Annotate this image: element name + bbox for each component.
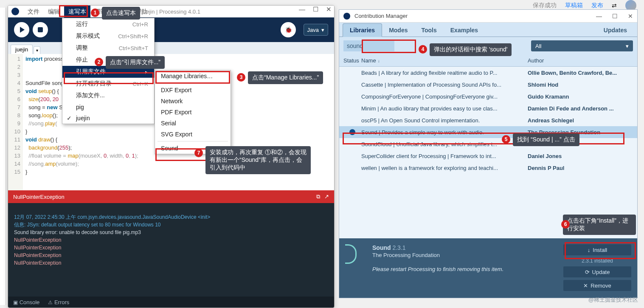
gutter: 1 2 3 4 5 6 7 8 9 10 11 12 13 14 15 [8,54,23,190]
header-status[interactable]: Status [343,57,361,64]
tab-updates[interactable]: Updates [597,24,634,37]
library-author: Guido Kramann [528,93,633,100]
watermark: @稀土掘金技术社区 [588,296,638,304]
minimize-icon[interactable]: — [596,13,602,20]
menu-edit[interactable]: 编辑 [44,6,64,17]
chevron-down-icon: ▾ [321,27,324,33]
submenu-item[interactable]: Network [155,96,231,107]
step-badge-7: 7 [194,149,203,157]
install-button[interactable]: ↓Install [563,244,631,255]
close-icon[interactable]: ✕ [326,6,332,13]
remove-button[interactable]: ✕Remove [563,280,631,291]
submenu-item[interactable]: DXF Export [155,85,231,96]
menu-item-展示模式[interactable]: 展示模式Ctrl+Shift+R [62,30,154,42]
refresh-icon: ⟳ [585,269,590,275]
callout-4: 弹出的对话框中搜索 'sound' [430,43,512,56]
library-row[interactable]: wellen | wellen is a framework for explo… [339,162,637,174]
console-line: Sound library error: unable to decode so… [14,229,328,236]
library-org: The Processing Foundation [372,252,563,258]
installed-label: 2.3.1 installed [563,258,631,264]
console-line: 12月 07, 2022 2:45:30 上午 com.jsyn.devices… [14,213,328,221]
library-row[interactable]: SoundCloud | Unofficial Java library, wh… [339,138,637,150]
error-text: NullPointerException [13,194,65,200]
chevron-down-icon: ▾ [626,43,629,49]
processing-logo-icon [343,13,350,20]
copy-icon[interactable]: ⧉ [316,193,320,200]
menu-item-调整[interactable]: 调整Ctrl+Shift+T [62,42,154,54]
window-title: juejin | Processing 4.0.1 [142,8,200,15]
menu-sketch[interactable]: 速写本 [64,6,90,17]
library-list[interactable]: Beads | A library for adding flexible re… [339,67,637,238]
library-author: Daniel Jones [528,153,633,159]
left-background-slice [0,8,6,305]
close-icon[interactable]: ✕ [628,13,633,20]
step-badge-3: 3 [237,73,245,82]
sketch-tab[interactable]: juejin [11,45,33,54]
library-author: Damien Di Fede and Anderson ... [528,105,633,112]
update-button[interactable]: ⟳Update [563,266,631,277]
cm-tabs: Libraries Modes Tools Examples Updates [339,23,637,37]
submenu-item[interactable]: Serial [155,118,231,129]
processing-menubar[interactable]: 文件 编辑 速写本 调试 工具 帮助 juejin | Processing 4… [8,6,334,17]
swap-icon[interactable]: ⇄ [612,2,617,9]
library-name: Sound | Provides a simple way to work wi… [361,129,528,136]
header-name[interactable]: Name↓ [361,57,528,64]
tab-errors[interactable]: Errors [54,299,69,305]
drafts-link[interactable]: 草稿箱 [565,2,583,9]
submenu-item[interactable]: PDF Export [155,107,231,118]
menu-item-运行[interactable]: 运行Ctrl+R [62,18,154,30]
warning-icon: ⚠ [48,300,53,305]
maximize-icon[interactable]: ☐ [612,13,618,20]
mode-dropdown[interactable]: Java▾ [304,24,328,36]
library-row[interactable]: oscP5 | An Open Sound Control implementa… [339,114,637,126]
console-output: 12月 07, 2022 2:45:30 上午 com.jsyn.devices… [8,203,334,297]
menu-item-juejin[interactable]: ✓juejin [62,113,154,124]
callout-2: 点击“引用库文件...” [106,56,165,69]
callout-1: 点击速写本 [102,7,140,20]
sketch-dropdown[interactable]: 运行Ctrl+R展示模式Ctrl+Shift+R调整Ctrl+Shift+T停止… [62,18,155,124]
stop-icon [38,27,43,32]
tab-modes[interactable]: Modes [382,24,414,37]
stop-button[interactable] [33,22,48,37]
tab-tools[interactable]: Tools [414,24,443,37]
library-name: wellen | wellen is a framework for explo… [361,165,528,171]
processing-logo-icon [11,8,19,15]
save-status: 保存成功 [533,2,557,9]
library-icon [345,244,366,266]
tab-examples[interactable]: Examples [444,24,485,37]
sketch-tab-menu[interactable]: ▾ [34,46,40,54]
library-row[interactable]: ComposingForEveryone | ComposingForEvery… [339,90,637,102]
library-row[interactable]: Cassette | Implementation of Processing … [339,79,637,90]
import-library-submenu[interactable]: Manage Libraries…DXF ExportNetworkPDF Ex… [155,70,231,154]
library-row[interactable]: Sound | Provides a simple way to work wi… [339,126,637,138]
tab-console[interactable]: Console [20,299,40,305]
menu-item-添加文件...[interactable]: 添加文件... [62,90,154,102]
header-author[interactable]: Author [528,57,633,64]
category-dropdown[interactable]: All▾ [531,40,633,51]
submenu-item[interactable]: Manage Libraries… [155,71,231,82]
menu-file[interactable]: 文件 [23,6,44,17]
debug-button[interactable]: 🐞 [281,22,296,37]
menu-item-pig[interactable]: pig [62,102,154,113]
submenu-item[interactable]: SVG Export [155,129,231,140]
library-row[interactable]: Minim | An audio library that provides e… [339,102,637,114]
library-name: oscP5 | An Open Sound Control implementa… [361,117,528,124]
library-row[interactable]: SuperCollider client for Processing | Fr… [339,150,637,162]
step-badge-6: 6 [561,220,570,229]
minimize-icon[interactable]: — [299,6,305,13]
library-name: Minim | An audio library that provides e… [361,105,528,112]
publish-button[interactable]: 发布 [591,2,603,9]
cm-actions: ↓Install 2.3.1 installed ⟳Update ✕Remove [563,244,631,292]
library-row[interactable]: Beads | A library for adding flexible re… [339,67,637,79]
open-icon[interactable]: ↗ [324,193,329,200]
tab-libraries[interactable]: Libraries [343,23,382,37]
menu-item-打开程序目录[interactable]: 打开程序目录Ctrl+K [62,78,154,90]
sort-down-icon: ↓ [378,59,380,63]
console-line: 信息: JSyn: default output latency set to … [14,221,328,229]
run-button[interactable] [14,22,29,37]
search-input[interactable] [343,40,394,51]
installed-icon [349,129,355,135]
sketch-tabs: juejin ▾ [8,42,334,54]
maximize-icon[interactable]: ☐ [313,6,318,13]
processing-toolbar: 🐞 Java▾ [8,17,334,42]
